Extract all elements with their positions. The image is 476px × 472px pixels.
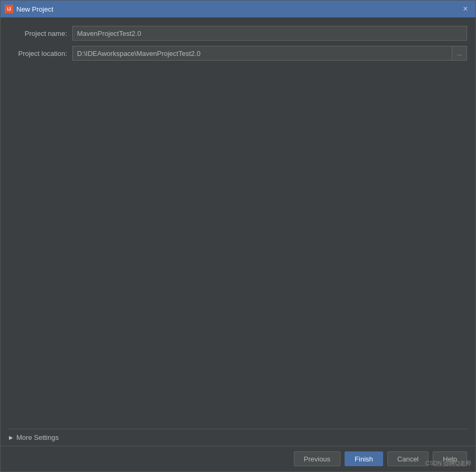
title-bar-left: IJ New Project	[5, 5, 53, 13]
app-icon: IJ	[5, 5, 13, 13]
more-settings-section[interactable]: ▶ More Settings	[9, 429, 467, 446]
close-button[interactable]: ×	[460, 3, 471, 15]
title-bar: IJ New Project ×	[1, 1, 475, 17]
project-name-label: Project name:	[9, 30, 72, 37]
dialog-title: New Project	[16, 5, 53, 13]
new-project-dialog: IJ New Project × Project name: Project l…	[0, 0, 476, 472]
more-settings-arrow-icon: ▶	[9, 435, 13, 440]
dialog-footer: Previous Finish Cancel Help	[1, 446, 475, 471]
content-spacer	[9, 66, 467, 429]
browse-button[interactable]: ...	[452, 46, 467, 61]
dialog-content: Project name: Project location: ... ▶ Mo…	[1, 17, 475, 446]
finish-button[interactable]: Finish	[345, 451, 383, 466]
project-name-row: Project name:	[9, 26, 467, 41]
watermark: CSDN @啊Q老师	[425, 459, 471, 467]
project-location-row: Project location: ...	[9, 46, 467, 61]
project-location-label: Project location:	[9, 50, 72, 57]
project-name-input[interactable]	[72, 26, 467, 41]
cancel-button[interactable]: Cancel	[387, 451, 429, 466]
more-settings-label: More Settings	[16, 434, 59, 441]
previous-button[interactable]: Previous	[294, 451, 341, 466]
project-location-input[interactable]	[72, 46, 452, 61]
